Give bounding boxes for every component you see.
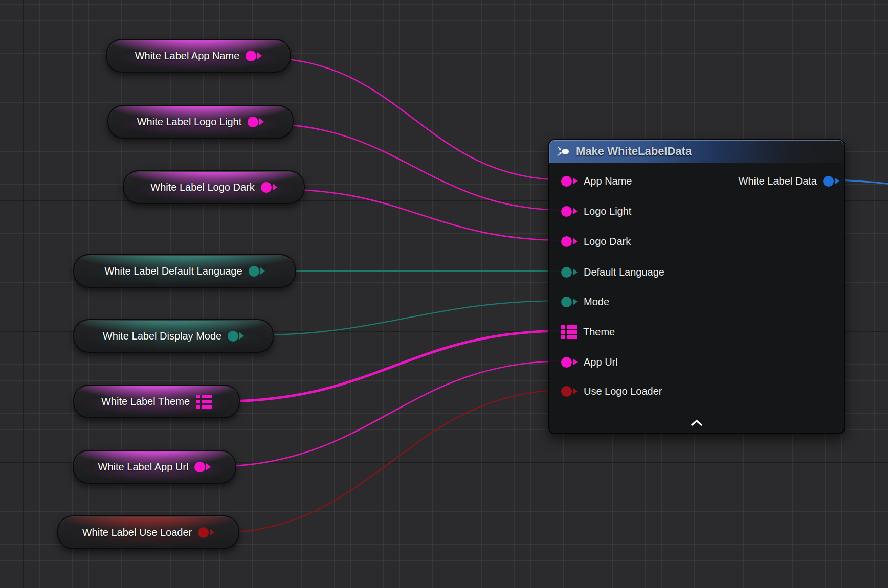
getter-node-white-label-logo-dark[interactable]: White Label Logo Dark (123, 170, 305, 204)
object-output-pin-icon[interactable] (823, 176, 839, 187)
string-input-pin-icon[interactable] (561, 357, 578, 368)
getter-label: White Label Logo Light (137, 116, 242, 128)
node-header[interactable]: ↘↗ Make WhiteLabelData (549, 140, 844, 163)
output-pin-row-white-label-data[interactable]: White Label Data (739, 174, 839, 188)
string-input-pin-icon[interactable] (561, 176, 578, 187)
input-pin-row-theme[interactable]: Theme (549, 325, 615, 339)
enum-output-pin-icon[interactable] (228, 331, 244, 342)
wire-logo-dark[interactable] (276, 189, 566, 240)
string-input-pin-icon[interactable] (561, 236, 578, 247)
pin-label: App Name (584, 175, 632, 187)
wire-app-url[interactable] (211, 361, 566, 467)
getter-label: White Label Display Mode (103, 330, 221, 342)
pin-label: Mode (584, 296, 609, 308)
getter-label: White Label App Name (135, 50, 240, 62)
blueprint-graph-canvas[interactable]: White Label App Name White Label Logo Li… (0, 0, 888, 588)
make-whitelabeldata-node[interactable]: ↘↗ Make WhiteLabelData App Name Logo Lig… (548, 139, 845, 434)
getter-node-white-label-use-loader[interactable]: White Label Use Loader (57, 515, 239, 549)
pin-label: Logo Light (584, 206, 631, 217)
bool-input-pin-icon[interactable] (561, 386, 578, 397)
input-pin-row-app-name[interactable]: App Name (549, 174, 632, 188)
pin-label: Logo Dark (584, 236, 631, 247)
struct-output-pin-icon[interactable] (196, 395, 212, 409)
pin-label: Theme (583, 326, 615, 338)
node-title: Make WhiteLabelData (576, 145, 692, 158)
getter-node-white-label-app-name[interactable]: White Label App Name (106, 39, 291, 73)
input-pin-row-app-url[interactable]: App Url (549, 355, 618, 369)
getter-label: White Label Use Loader (82, 527, 192, 538)
input-pin-row-mode[interactable]: Mode (549, 295, 609, 309)
string-output-pin-icon[interactable] (261, 182, 277, 193)
wire-app-name[interactable] (262, 58, 566, 180)
string-output-pin-icon[interactable] (248, 117, 264, 127)
input-pin-row-logo-light[interactable]: Logo Light (549, 204, 631, 218)
getter-node-white-label-app-url[interactable]: White Label App Url (73, 450, 236, 484)
string-output-pin-icon[interactable] (194, 462, 211, 472)
make-struct-icon: ↘↗ (557, 145, 570, 157)
struct-input-pin-icon[interactable] (561, 325, 577, 339)
enum-output-pin-icon[interactable] (249, 266, 265, 277)
getter-node-white-label-theme[interactable]: White Label Theme (73, 385, 240, 418)
string-input-pin-icon[interactable] (561, 206, 578, 217)
bool-output-pin-icon[interactable] (198, 527, 214, 538)
enum-input-pin-icon[interactable] (561, 267, 578, 278)
input-pin-row-logo-dark[interactable]: Logo Dark (549, 234, 631, 248)
wire-logo-light[interactable] (263, 124, 566, 210)
getter-label: White Label Theme (101, 396, 190, 408)
getter-label: White Label Default Language (104, 265, 242, 277)
pin-label: Default Language (584, 266, 664, 278)
getter-node-white-label-logo-light[interactable]: White Label Logo Light (107, 105, 294, 139)
pin-label: App Url (584, 356, 618, 368)
wire-display-mode[interactable] (247, 301, 566, 335)
getter-node-white-label-default-language[interactable]: White Label Default Language (73, 254, 296, 288)
enum-input-pin-icon[interactable] (561, 297, 578, 307)
getter-label: White Label Logo Dark (150, 182, 254, 193)
chevron-up-icon[interactable] (686, 418, 707, 429)
input-pin-row-use-logo-loader[interactable]: Use Logo Loader (549, 384, 662, 398)
getter-label: White Label App Url (98, 461, 189, 473)
input-pin-row-default-language[interactable]: Default Language (549, 265, 664, 279)
string-output-pin-icon[interactable] (246, 51, 262, 61)
getter-node-white-label-display-mode[interactable]: White Label Display Mode (73, 319, 274, 353)
pin-label: White Label Data (739, 175, 817, 187)
pin-label: Use Logo Loader (584, 386, 662, 397)
